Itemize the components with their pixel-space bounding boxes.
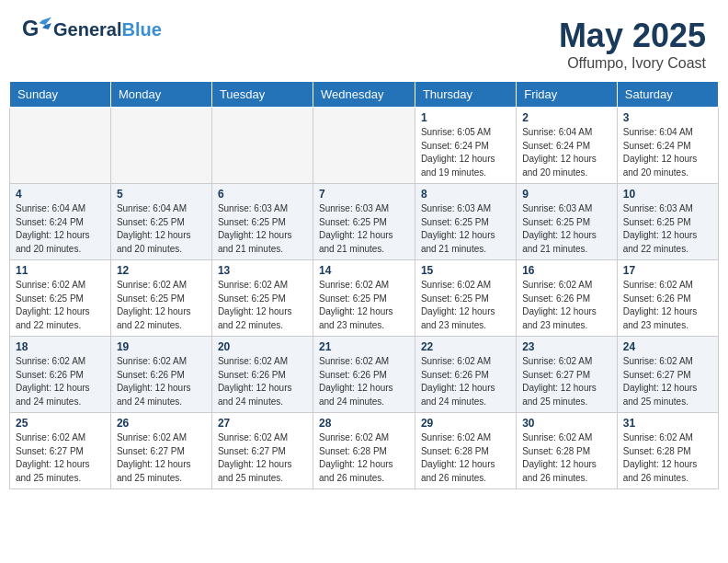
calendar-header-wednesday: Wednesday [313,82,415,108]
day-number: 18 [16,340,105,353]
calendar-day-cell: 23Sunrise: 6:02 AMSunset: 6:27 PMDayligh… [517,337,618,413]
calendar-day-cell: 8Sunrise: 6:03 AMSunset: 6:25 PMDaylight… [415,184,516,260]
day-number: 21 [319,340,409,353]
logo: G GeneralBlue [22,17,162,42]
day-info: Sunrise: 6:05 AMSunset: 6:24 PMDaylight:… [421,126,510,179]
calendar-day-cell: 25Sunrise: 6:02 AMSunset: 6:27 PMDayligh… [10,413,111,489]
calendar-day-cell [110,108,211,184]
calendar-day-cell [10,108,111,184]
calendar-day-cell: 6Sunrise: 6:03 AMSunset: 6:25 PMDaylight… [211,184,313,260]
calendar-day-cell: 4Sunrise: 6:04 AMSunset: 6:24 PMDaylight… [10,184,111,260]
calendar-header-row: SundayMondayTuesdayWednesdayThursdayFrid… [10,82,719,108]
day-info: Sunrise: 6:02 AMSunset: 6:26 PMDaylight:… [623,279,712,332]
calendar-week-row: 18Sunrise: 6:02 AMSunset: 6:26 PMDayligh… [10,337,719,413]
calendar-week-row: 4Sunrise: 6:04 AMSunset: 6:24 PMDaylight… [10,184,719,260]
calendar-day-cell: 10Sunrise: 6:03 AMSunset: 6:25 PMDayligh… [617,184,718,260]
day-number: 25 [16,417,105,430]
logo-icon: G [22,17,51,42]
day-info: Sunrise: 6:02 AMSunset: 6:25 PMDaylight:… [218,279,307,332]
day-number: 5 [117,188,206,201]
day-number: 15 [421,264,510,277]
calendar-week-row: 11Sunrise: 6:02 AMSunset: 6:25 PMDayligh… [10,260,719,337]
day-number: 13 [218,264,307,277]
day-info: Sunrise: 6:03 AMSunset: 6:25 PMDaylight:… [218,202,307,256]
calendar-table: SundayMondayTuesdayWednesdayThursdayFrid… [9,81,719,489]
calendar-day-cell: 29Sunrise: 6:02 AMSunset: 6:28 PMDayligh… [415,413,516,489]
calendar-day-cell: 28Sunrise: 6:02 AMSunset: 6:28 PMDayligh… [313,413,415,489]
day-number: 2 [522,111,611,124]
calendar-day-cell: 20Sunrise: 6:02 AMSunset: 6:26 PMDayligh… [211,337,313,413]
day-number: 9 [522,188,611,201]
day-number: 23 [522,340,611,353]
day-info: Sunrise: 6:02 AMSunset: 6:27 PMDaylight:… [623,355,712,408]
day-info: Sunrise: 6:02 AMSunset: 6:26 PMDaylight:… [421,355,510,408]
day-info: Sunrise: 6:04 AMSunset: 6:24 PMDaylight:… [623,126,712,179]
day-number: 3 [623,111,712,124]
calendar-day-cell: 1Sunrise: 6:05 AMSunset: 6:24 PMDaylight… [415,108,516,184]
calendar-day-cell: 19Sunrise: 6:02 AMSunset: 6:26 PMDayligh… [110,337,211,413]
day-number: 16 [522,264,611,277]
logo-blue: Blue [121,19,161,40]
day-number: 28 [319,417,409,430]
calendar-day-cell [313,108,415,184]
calendar-day-cell: 31Sunrise: 6:02 AMSunset: 6:28 PMDayligh… [617,413,718,489]
calendar-header-thursday: Thursday [415,82,516,108]
day-number: 12 [117,264,206,277]
day-number: 11 [16,264,105,277]
page-header: G GeneralBlue May 2025 Offumpo, Ivory Co… [0,0,728,81]
svg-marker-1 [40,17,51,25]
calendar-day-cell: 27Sunrise: 6:02 AMSunset: 6:27 PMDayligh… [211,413,313,489]
calendar-header-monday: Monday [110,82,211,108]
day-info: Sunrise: 6:02 AMSunset: 6:26 PMDaylight:… [16,355,105,408]
day-info: Sunrise: 6:02 AMSunset: 6:28 PMDaylight:… [522,431,611,485]
calendar-day-cell: 11Sunrise: 6:02 AMSunset: 6:25 PMDayligh… [10,260,111,337]
calendar-day-cell: 21Sunrise: 6:02 AMSunset: 6:26 PMDayligh… [313,337,415,413]
calendar-day-cell: 16Sunrise: 6:02 AMSunset: 6:26 PMDayligh… [517,260,618,337]
calendar-header-sunday: Sunday [10,82,111,108]
day-info: Sunrise: 6:02 AMSunset: 6:27 PMDaylight:… [117,431,206,485]
day-info: Sunrise: 6:03 AMSunset: 6:25 PMDaylight:… [522,202,611,256]
day-info: Sunrise: 6:04 AMSunset: 6:25 PMDaylight:… [117,202,206,256]
day-info: Sunrise: 6:02 AMSunset: 6:25 PMDaylight:… [117,279,206,332]
calendar-day-cell: 7Sunrise: 6:03 AMSunset: 6:25 PMDaylight… [313,184,415,260]
calendar-day-cell [211,108,313,184]
day-number: 26 [117,417,206,430]
day-number: 30 [522,417,611,430]
title-block: May 2025 Offumpo, Ivory Coast [559,17,706,72]
day-info: Sunrise: 6:04 AMSunset: 6:24 PMDaylight:… [16,202,105,256]
day-info: Sunrise: 6:02 AMSunset: 6:27 PMDaylight:… [218,431,307,485]
calendar-week-row: 1Sunrise: 6:05 AMSunset: 6:24 PMDaylight… [10,108,719,184]
day-number: 8 [421,188,510,201]
day-info: Sunrise: 6:03 AMSunset: 6:25 PMDaylight:… [623,202,712,256]
calendar-day-cell: 2Sunrise: 6:04 AMSunset: 6:24 PMDaylight… [517,108,618,184]
calendar-day-cell: 17Sunrise: 6:02 AMSunset: 6:26 PMDayligh… [617,260,718,337]
calendar-day-cell: 5Sunrise: 6:04 AMSunset: 6:25 PMDaylight… [110,184,211,260]
day-number: 22 [421,340,510,353]
page-title: May 2025 [559,17,706,55]
day-info: Sunrise: 6:02 AMSunset: 6:26 PMDaylight:… [319,355,409,408]
day-info: Sunrise: 6:02 AMSunset: 6:26 PMDaylight:… [218,355,307,408]
calendar-day-cell: 3Sunrise: 6:04 AMSunset: 6:24 PMDaylight… [617,108,718,184]
calendar-day-cell: 24Sunrise: 6:02 AMSunset: 6:27 PMDayligh… [617,337,718,413]
calendar-week-row: 25Sunrise: 6:02 AMSunset: 6:27 PMDayligh… [10,413,719,489]
day-number: 17 [623,264,712,277]
day-info: Sunrise: 6:02 AMSunset: 6:26 PMDaylight:… [522,279,611,332]
day-info: Sunrise: 6:03 AMSunset: 6:25 PMDaylight:… [319,202,409,256]
logo-text-block: GeneralBlue [53,20,162,39]
calendar-day-cell: 12Sunrise: 6:02 AMSunset: 6:25 PMDayligh… [110,260,211,337]
svg-text:G: G [22,17,39,40]
calendar-header-friday: Friday [517,82,618,108]
day-info: Sunrise: 6:03 AMSunset: 6:25 PMDaylight:… [421,202,510,256]
day-info: Sunrise: 6:02 AMSunset: 6:28 PMDaylight:… [421,431,510,485]
calendar-day-cell: 9Sunrise: 6:03 AMSunset: 6:25 PMDaylight… [517,184,618,260]
day-number: 10 [623,188,712,201]
day-info: Sunrise: 6:02 AMSunset: 6:26 PMDaylight:… [117,355,206,408]
day-info: Sunrise: 6:02 AMSunset: 6:25 PMDaylight:… [421,279,510,332]
day-number: 29 [421,417,510,430]
day-number: 6 [218,188,307,201]
day-number: 20 [218,340,307,353]
calendar-day-cell: 15Sunrise: 6:02 AMSunset: 6:25 PMDayligh… [415,260,516,337]
calendar-day-cell: 18Sunrise: 6:02 AMSunset: 6:26 PMDayligh… [10,337,111,413]
day-info: Sunrise: 6:02 AMSunset: 6:28 PMDaylight:… [319,431,409,485]
day-number: 27 [218,417,307,430]
